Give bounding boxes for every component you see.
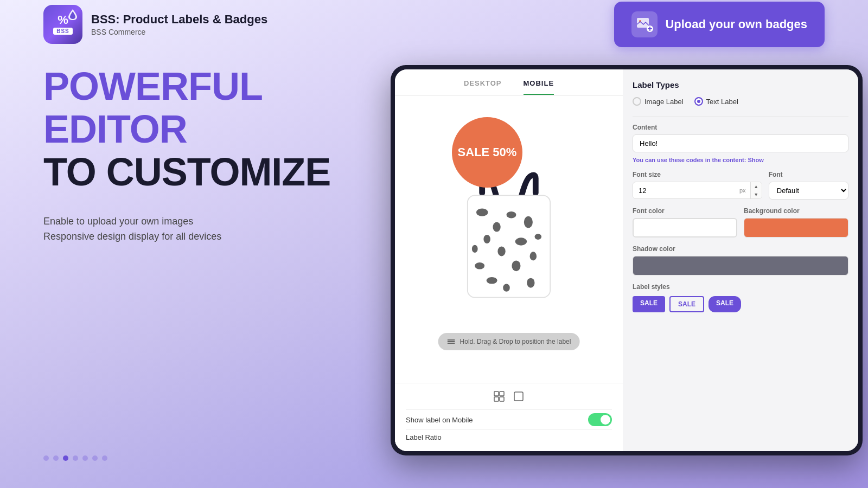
svg-point-15 — [527, 278, 534, 288]
svg-point-5 — [493, 222, 500, 232]
font-settings-row: Font size px ▲ ▼ Font — [633, 171, 848, 200]
font-size-up[interactable]: ▲ — [751, 182, 762, 190]
font-size-group: Font size px ▲ ▼ — [633, 171, 762, 200]
single-view-icon[interactable] — [512, 390, 525, 403]
style-swatch-rounded[interactable]: SALE — [709, 296, 741, 312]
logo-area: % BSS BSS: Product Labels & Badges BSS C… — [43, 5, 267, 44]
feature-list: Enable to upload your own images Respons… — [43, 214, 401, 245]
font-label: Font — [769, 171, 848, 178]
divider-1 — [633, 117, 848, 117]
content-label: Content — [633, 124, 848, 131]
show-mobile-toggle[interactable] — [588, 413, 612, 426]
drag-hint-text: Hold. Drag & Drop to position the label — [460, 338, 571, 345]
headline-dark: TO CUSTOMIZE — [43, 151, 401, 194]
feature-item-2: Responsive design display for all device… — [43, 229, 401, 245]
svg-point-11 — [530, 252, 537, 260]
image-label-radio[interactable] — [633, 97, 641, 106]
upload-badges-label: Upload your own badges — [665, 17, 807, 31]
font-size-input: px ▲ ▼ — [633, 182, 762, 199]
svg-rect-20 — [448, 341, 455, 342]
headline-purple: POWERFUL EDITOR — [43, 65, 401, 151]
svg-point-10 — [497, 246, 505, 256]
device-mockup: DESKTOP MOBILE SALE 50% — [391, 65, 868, 477]
tab-desktop[interactable]: DESKTOP — [464, 79, 502, 95]
bg-color-picker[interactable] — [744, 218, 848, 237]
label-ratio-label: Label Ratio — [406, 433, 442, 441]
font-size-unit: px — [735, 187, 750, 194]
dot-3-active[interactable] — [63, 455, 68, 461]
style-swatches: SALE SALE SALE — [633, 296, 848, 312]
preview-toolbar: Show label on Mobile Label Ratio — [395, 383, 623, 451]
bg-color-label: Background color — [744, 207, 848, 215]
sale-badge-text: SALE 50% — [458, 145, 517, 159]
text-label-radio[interactable] — [694, 97, 703, 106]
drag-hint: Hold. Drag & Drop to position the label — [438, 333, 580, 350]
label-types-title: Label Types — [633, 80, 848, 89]
tab-bar: DESKTOP MOBILE — [395, 69, 623, 95]
hero-content: POWERFUL EDITOR TO CUSTOMIZE Enable to u… — [43, 65, 401, 245]
font-size-value[interactable] — [633, 183, 735, 198]
svg-point-8 — [483, 235, 490, 243]
show-mobile-label: Show label on Mobile — [406, 416, 473, 424]
tablet-frame: DESKTOP MOBILE SALE 50% — [391, 65, 863, 455]
logo-percent-symbol: % — [58, 14, 68, 26]
shadow-color-picker[interactable] — [633, 256, 848, 275]
dot-1[interactable] — [43, 455, 49, 461]
style-swatch-outline[interactable]: SALE — [669, 296, 704, 312]
show-codes-link[interactable]: Show — [748, 157, 764, 163]
svg-rect-19 — [448, 339, 455, 341]
shadow-color-label: Shadow color — [633, 245, 848, 253]
dot-4[interactable] — [73, 455, 78, 461]
font-color-picker[interactable] — [633, 218, 737, 237]
svg-rect-22 — [494, 391, 499, 396]
content-input[interactable] — [633, 134, 848, 152]
svg-point-7 — [524, 216, 533, 228]
drag-icon — [447, 337, 456, 346]
font-size-down[interactable]: ▼ — [751, 190, 762, 198]
upload-badges-button[interactable]: Upload your own badges — [614, 2, 825, 47]
dot-6[interactable] — [92, 455, 98, 461]
sale-badge: SALE 50% — [452, 117, 522, 188]
text-label-option[interactable]: Text Label — [694, 97, 738, 106]
company-name: BSS Commerce — [91, 28, 267, 36]
style-swatch-filled[interactable]: SALE — [633, 296, 665, 312]
logo-text: BSS: Product Labels & Badges BSS Commerc… — [91, 12, 267, 36]
svg-rect-23 — [500, 391, 504, 396]
content-hint: You can use these codes in the content: … — [633, 157, 848, 163]
color-settings-row: Font color Background color — [633, 207, 848, 237]
svg-rect-21 — [448, 343, 455, 344]
svg-point-16 — [503, 284, 510, 291]
droplet-icon — [68, 9, 77, 20]
svg-rect-26 — [514, 392, 523, 401]
svg-rect-24 — [494, 397, 499, 401]
label-ratio-row: Label Ratio — [406, 429, 612, 445]
feature-item-1: Enable to upload your own images — [43, 214, 401, 229]
app-logo: % BSS — [43, 5, 82, 44]
svg-point-4 — [476, 209, 488, 216]
show-mobile-row: Show label on Mobile — [406, 409, 612, 429]
svg-point-14 — [487, 277, 497, 284]
font-group: Font Default — [769, 171, 848, 200]
preview-panel: DESKTOP MOBILE SALE 50% — [395, 69, 623, 451]
image-label-text: Image Label — [644, 98, 684, 106]
font-color-label: Font color — [633, 207, 737, 215]
logo-bss-text: BSS — [53, 28, 73, 35]
label-styles-title: Label styles — [633, 283, 848, 291]
bg-color-group: Background color — [744, 207, 848, 237]
font-size-label: Font size — [633, 171, 762, 178]
image-label-option[interactable]: Image Label — [633, 97, 684, 106]
svg-point-17 — [472, 245, 478, 253]
upload-badge-icon — [631, 11, 658, 37]
svg-point-9 — [515, 237, 527, 245]
bag-svg — [446, 169, 571, 310]
product-preview-area: SALE 50% — [436, 95, 582, 383]
svg-point-13 — [512, 260, 520, 271]
font-select[interactable]: Default — [769, 182, 848, 200]
dot-2[interactable] — [53, 455, 59, 461]
tab-mobile[interactable]: MOBILE — [524, 79, 554, 95]
tablet-screen: DESKTOP MOBILE SALE 50% — [395, 69, 858, 451]
dot-5[interactable] — [82, 455, 88, 461]
dot-7[interactable] — [102, 455, 107, 461]
header: % BSS BSS: Product Labels & Badges BSS C… — [0, 0, 868, 49]
grid-view-icon[interactable] — [493, 390, 506, 403]
